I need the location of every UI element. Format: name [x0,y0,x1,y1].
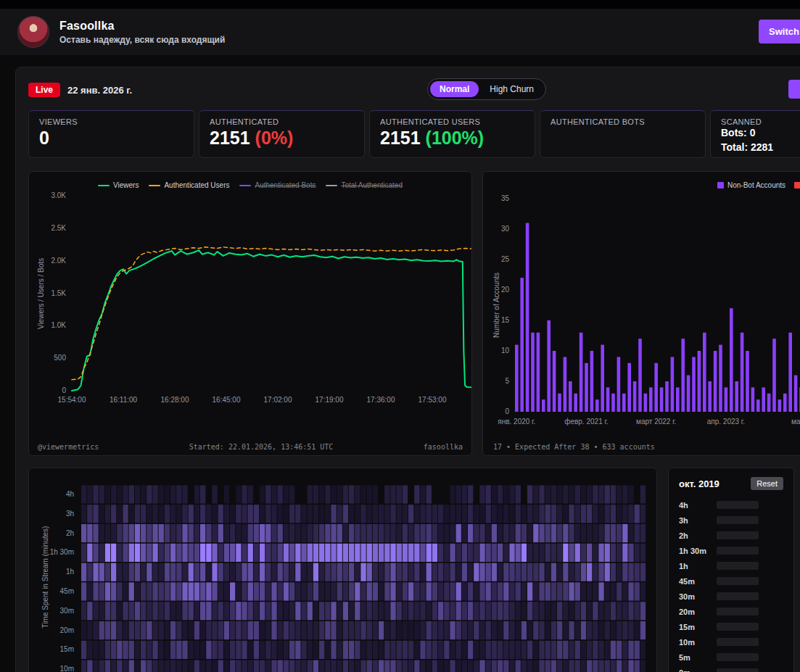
stats-row: VIEWERS0AUTHENTICATED2151 (0%)AUTHENTICA… [28,110,800,158]
legend-item-non-bot-accounts[interactable]: Non-Bot Accounts [717,181,785,189]
page: Live 22 янв. 2026 г. Normal High Churn G… [0,55,800,672]
duration-panel-header: окт. 2019 Reset [679,477,783,490]
svg-text:5: 5 [505,377,509,385]
svg-text:ма: ма [791,418,800,426]
svg-text:25: 25 [501,255,510,263]
streamer-tagline: Оставь надежду, всяк сюда входящий [59,35,225,45]
line-chart-footer: @viewermetrics Started: 22.01.2026, 13:4… [38,443,463,451]
svg-text:45m: 45m [60,587,74,595]
svg-text:3h: 3h [66,510,74,518]
duration-row-label: 4h [679,501,714,510]
duration-row-label: 1h 30m [679,547,714,555]
duration-row-label: 2h [679,531,714,540]
duration-row-bar [717,592,759,600]
stat-card-value: 0 [39,128,183,149]
legend-item-bot-accounts[interactable]: Bot Accounts [794,181,800,189]
duration-row-label: 1h [679,562,714,571]
switch-channel-button[interactable]: Switch C [759,20,800,43]
svg-text:Number of Accounts: Number of Accounts [492,273,500,338]
stat-card-line: Total: 2281 [721,141,800,155]
legend-swatch [794,182,800,188]
duration-row-label: 30m [679,592,714,601]
stat-card-label: VIEWERS [39,117,183,126]
svg-text:Viewers / Users / Bots: Viewers / Users / Bots [37,258,45,329]
duration-row: 1h [679,558,783,573]
svg-text:2.0K: 2.0K [51,257,66,265]
duration-row-bar [717,516,759,524]
duration-row-bar [717,531,759,539]
svg-text:0: 0 [505,407,509,415]
svg-text:10m: 10m [60,665,74,672]
duration-row-bar [717,547,759,555]
svg-text:2h: 2h [66,529,74,537]
bar-chart-legend: Non-Bot AccountsBot Accounts [717,181,800,189]
legend-swatch [98,185,110,186]
charts-row: ViewersAuthenticated UsersAuthenticated … [28,171,800,456]
legend-label: Authenticated Users [164,181,229,189]
dashboard-panel: Live 22 янв. 2026 г. Normal High Churn G… [15,67,800,672]
bottom-row: 4h3h2h1h 30m1h45m30m20m15m10mTime Spent … [28,468,800,672]
accounts-summary: 17 • Expected After 38 • 633 accounts [493,443,655,451]
stat-card-label: AUTHENTICATED [210,117,354,126]
mode-normal-button[interactable]: Normal [430,81,479,97]
mode-high-churn-button[interactable]: High Churn [480,81,543,97]
duration-rows: 4h3h2h1h 30m1h45m30m20m15m10m5m0m [679,497,783,672]
duration-row: 2h [679,528,783,543]
duration-row-label: 15m [679,623,714,631]
svg-text:16:28:00: 16:28:00 [161,396,189,404]
duration-panel: окт. 2019 Reset 4h3h2h1h 30m1h45m30m20m1… [668,468,794,672]
legend-item-authenticated-bots[interactable]: Authenticated Bots [239,181,316,189]
viewer-metrics-chart-panel: ViewersAuthenticated UsersAuthenticated … [28,171,472,456]
svg-text:20: 20 [501,286,510,294]
svg-text:янв. 2020 г.: янв. 2020 г. [498,418,535,426]
duration-row: 10m [679,634,783,650]
stat-card-label: SCANNED [721,117,800,126]
channel-header: Fasoollka Оставь надежду, всяк сюда вход… [0,9,800,55]
stat-card: SCANNEDBots: 0Total: 2281 [710,110,800,158]
stat-card-value: 2151 (0%) [210,128,354,149]
duration-row-bar [717,623,759,631]
legend-item-total-authenticated[interactable]: Total Authenticated [326,181,403,189]
legend-item-viewers[interactable]: Viewers [98,181,139,189]
svg-text:апр. 2023 г.: апр. 2023 г. [707,418,745,426]
legend-label: Non-Bot Accounts [727,181,785,189]
legend-label: Authenticated Bots [255,181,316,189]
svg-text:30: 30 [501,225,510,233]
svg-text:17:19:00: 17:19:00 [316,396,344,404]
duration-row-label: 10m [679,638,714,647]
toolbar: Live 22 янв. 2026 г. Normal High Churn G [28,80,800,100]
svg-text:500: 500 [54,354,66,362]
svg-text:35: 35 [501,194,510,202]
legend-label: Total Authenticated [341,181,403,189]
duration-row-label: 45m [679,577,714,586]
duration-row: 4h [679,497,783,513]
duration-row: 15m [679,619,783,634]
svg-text:10: 10 [501,347,510,354]
svg-text:3.0K: 3.0K [51,191,66,199]
duration-row: 1h 30m [679,543,783,558]
svg-text:1.5K: 1.5K [51,289,66,297]
duration-row-label: 0m [679,668,714,672]
live-badge: Live [28,83,60,97]
stat-card: VIEWERS0 [28,110,194,158]
svg-text:17:02:00: 17:02:00 [264,396,292,404]
duration-panel-title: окт. 2019 [679,478,719,489]
svg-text:Time Spent in Stream (minutes): Time Spent in Stream (minutes) [41,526,49,629]
duration-row: 45m [679,573,783,589]
svg-text:16:45:00: 16:45:00 [213,396,241,404]
duration-row: 30m [679,589,783,604]
heatmap-panel: 4h3h2h1h 30m1h45m30m20m15m10mTime Spent … [28,468,657,672]
legend-swatch [326,185,337,186]
toolbar-right-button[interactable]: G [788,80,800,99]
accounts-chart-panel: Non-Bot AccountsBot Accounts 05101520253… [482,171,800,456]
svg-text:2.5K: 2.5K [51,224,66,232]
duration-row: 20m [679,604,783,619]
duration-row-bar [717,653,759,661]
stat-card: AUTHENTICATED BOTS [540,110,706,158]
streamer-avatar [17,16,49,48]
reset-button[interactable]: Reset [751,477,783,490]
streamer-name: Fasoollka [59,20,225,33]
legend-item-authenticated-users[interactable]: Authenticated Users [149,181,229,189]
accounts-bar-chart: 05101520253035янв. 2020 г.февр. 2021 г.м… [483,172,800,434]
mode-toggle: Normal High Churn [427,78,546,100]
